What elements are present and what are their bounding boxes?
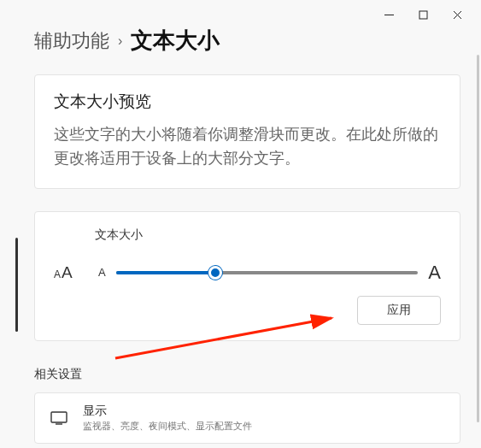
page-title: 文本大小: [131, 26, 220, 56]
slider-min-label: A: [98, 266, 106, 279]
window-minimize-button[interactable]: [372, 3, 406, 27]
text-size-card: 文本大小 AA A A 应用: [34, 211, 460, 341]
breadcrumb-parent[interactable]: 辅助功能: [34, 28, 109, 54]
apply-button[interactable]: 应用: [357, 296, 441, 325]
related-item-label: 显示: [83, 404, 252, 419]
slider-label: 文本大小: [95, 227, 441, 243]
text-size-slider[interactable]: [116, 266, 419, 280]
chevron-right-icon: ›: [118, 33, 122, 49]
svg-rect-1: [419, 11, 427, 19]
preview-text: 这些文字的大小将随着你调整滑块而更改。在此处所做的更改将适用于设备上的大部分文字…: [54, 123, 441, 171]
monitor-icon: [50, 411, 67, 425]
related-title: 相关设置: [34, 367, 460, 382]
window-maximize-button[interactable]: [406, 3, 440, 27]
preview-title: 文本大小预览: [54, 91, 441, 113]
related-item-display[interactable]: 显示 监视器、亮度、夜间模式、显示配置文件: [34, 392, 460, 444]
related-settings-section: 相关设置 显示 监视器、亮度、夜间模式、显示配置文件: [34, 367, 460, 444]
scrollbar[interactable]: [477, 55, 479, 422]
svg-rect-4: [51, 412, 67, 422]
window-close-button[interactable]: [440, 3, 474, 27]
slider-max-label: A: [428, 262, 441, 284]
related-item-sub: 监视器、亮度、夜间模式、显示配置文件: [83, 420, 252, 433]
breadcrumb: 辅助功能 › 文本大小: [34, 26, 460, 56]
text-size-icon: AA: [54, 263, 88, 282]
preview-card: 文本大小预览 这些文字的大小将随着你调整滑块而更改。在此处所做的更改将适用于设备…: [34, 74, 460, 189]
scrollbar-left-accent: [15, 238, 18, 332]
